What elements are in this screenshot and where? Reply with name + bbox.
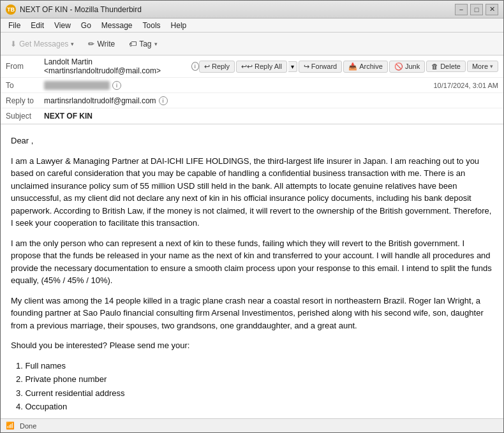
get-messages-dropdown-icon: ▾ [71,41,74,47]
list-item-4: 4. Occupation [16,400,493,413]
reply-to-info-icon[interactable]: i [159,96,168,105]
to-row: To hidden@email.com i 10/17/2024, 3:01 A… [1,78,503,93]
window-controls: − □ ✕ [455,4,498,15]
tag-dropdown-icon: ▾ [154,41,158,47]
get-messages-button[interactable]: ⬇ Get Messages ▾ [4,37,80,51]
list-item-3: 3. Current residential address [16,387,493,400]
from-info-icon[interactable]: i [191,62,199,71]
title-bar: TB NEXT OF KIN - Mozilla Thunderbird − □… [1,1,503,18]
close-button[interactable]: ✕ [485,4,498,15]
list-item-1: 1. Full names [16,360,493,372]
menu-tools[interactable]: Tools [138,20,166,31]
to-email-blurred: hidden@email.com [44,81,110,90]
menu-help[interactable]: Help [166,20,192,31]
forward-button[interactable]: ↪ Forward [299,61,342,73]
email-action-buttons: ↩ Reply ↩↩ Reply All ▾ ↪ Forward 📥 Archi… [199,61,498,73]
email-paragraph-2: I am the only person who can represent a… [11,237,493,287]
maximize-button[interactable]: □ [470,4,483,15]
menu-bar: File Edit View Go Message Tools Help [1,18,503,33]
list-item-2: 2. Private phone number [16,373,493,386]
email-paragraph-3: My client was among the 14 people killed… [11,295,493,332]
from-label: From [6,62,44,71]
window-title: NEXT OF KIN - Mozilla Thunderbird [20,5,455,14]
reply-to-row: Reply to martinsrlandoltrudolf@gmail.com… [1,93,503,108]
reply-button[interactable]: ↩ Reply [199,61,235,73]
status-icon: 📶 [6,422,15,430]
toolbar: ⬇ Get Messages ▾ ✏ Write 🏷 Tag ▾ [1,33,503,55]
write-icon: ✏ [88,40,94,48]
archive-button[interactable]: 📥 Archive [343,61,388,73]
email-timestamp: 10/17/2024, 3:01 AM [433,82,498,89]
more-button[interactable]: More ▾ [467,61,498,72]
menu-view[interactable]: View [49,20,76,31]
menu-edit[interactable]: Edit [26,20,49,31]
subject-label: Subject [6,112,44,121]
email-list: 1. Full names 2. Private phone number 3.… [11,360,493,413]
tag-icon: 🏷 [129,40,137,48]
reply-icon: ↩ [204,62,210,71]
to-label: To [6,81,44,90]
write-button[interactable]: ✏ Write [82,37,121,51]
menu-go[interactable]: Go [76,20,96,31]
email-greeting: Dear , [11,135,493,147]
reply-to-value: martinsrlandoltrudolf@gmail.com i [44,96,498,105]
menu-message[interactable]: Message [96,20,138,31]
main-window: TB NEXT OF KIN - Mozilla Thunderbird − □… [0,0,504,433]
email-header: From Landolt Martin <martinsrlandoltrudo… [1,55,503,124]
delete-button[interactable]: 🗑 Delete [426,61,466,72]
status-bar: 📶 Done [1,418,503,432]
reply-all-button[interactable]: ↩↩ Reply All [236,61,287,73]
reply-all-dropdown-button[interactable]: ▾ [288,61,297,72]
minimize-button[interactable]: − [455,4,468,15]
junk-button[interactable]: 🚫 Junk [389,61,425,73]
subject-value: NEXT OF KIN [44,112,498,121]
menu-file[interactable]: File [3,20,26,31]
archive-icon: 📥 [348,62,357,71]
email-paragraph-4: Should you be interested? Please send me… [11,339,493,352]
delete-icon: 🗑 [431,62,438,70]
to-value: hidden@email.com i [44,81,428,90]
reply-all-icon: ↩↩ [241,62,253,71]
status-text: Done [20,422,36,430]
app-icon: TB [6,4,16,15]
email-paragraph-1: I am a Lawyer & Managing Partner at DAI-… [11,155,493,230]
forward-icon: ↪ [304,62,309,71]
wifi-icon: 📶 [6,422,15,430]
tag-button[interactable]: 🏷 Tag ▾ [123,37,163,51]
get-messages-icon: ⬇ [10,40,17,48]
junk-icon: 🚫 [394,62,403,71]
subject-row: Subject NEXT OF KIN [1,108,503,124]
reply-to-label: Reply to [6,96,44,105]
email-container: Dear , I am a Lawyer & Managing Partner … [1,124,503,418]
more-dropdown-icon: ▾ [490,63,493,70]
from-value: Landolt Martin <martinsrlandoltrudolf@ma… [44,57,199,75]
to-info-icon[interactable]: i [112,81,121,90]
from-row: From Landolt Martin <martinsrlandoltrudo… [1,55,503,78]
email-body[interactable]: Dear , I am a Lawyer & Managing Partner … [1,124,503,418]
